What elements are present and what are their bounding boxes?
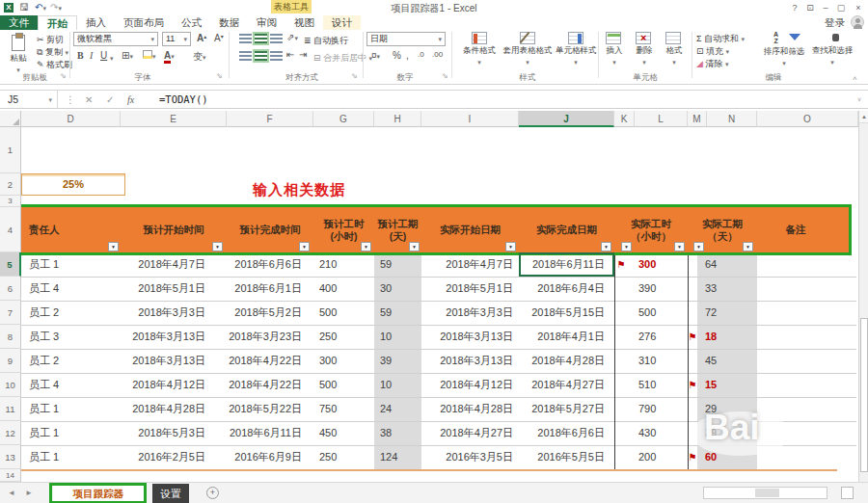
cell-plan_start[interactable]: 2018年3月13日 — [121, 349, 227, 373]
cell-note[interactable] — [757, 301, 856, 325]
filter-dropdown-icon[interactable]: ▼ — [743, 242, 753, 252]
conditional-formatting-button[interactable]: 条件格式▾ — [460, 32, 499, 66]
restore-button[interactable]: ▢ — [833, 2, 849, 13]
cell-act_start[interactable]: 2018年4月28日 — [421, 397, 519, 421]
sheet-nav-prev-icon[interactable]: ◄ — [8, 489, 15, 497]
cut-button[interactable]: ✂ 剪切 — [37, 34, 64, 46]
ribbon-tab-开始[interactable]: 开始 — [38, 15, 77, 30]
sort-filter-button[interactable]: AZ 排序和筛选▾ — [762, 32, 806, 67]
middle-align-icon[interactable] — [255, 34, 267, 43]
ribbon-tab-设计[interactable]: 设计 — [323, 15, 361, 30]
cell-act_end[interactable]: 2018年6月4日 — [519, 277, 614, 301]
cell-plan_days[interactable]: 38 — [374, 421, 421, 445]
cell-act_start[interactable]: 2018年3月13日 — [421, 349, 519, 373]
minimize-button[interactable]: – — [818, 2, 833, 13]
cell-plan_days[interactable]: 59 — [374, 252, 421, 277]
font-color-button[interactable]: A▾ — [164, 50, 175, 61]
filter-dropdown-icon[interactable]: ▼ — [601, 242, 611, 252]
cell-note[interactable] — [757, 325, 856, 349]
cell-note[interactable] — [757, 373, 856, 397]
progress-cell[interactable]: 25% — [21, 173, 125, 196]
insert-function-icon[interactable]: fx — [127, 91, 134, 109]
enter-icon[interactable]: ✓ — [106, 91, 114, 109]
cell-act_hours[interactable]: 790 — [635, 397, 688, 421]
format-painter-button[interactable]: ✎ 格式刷 — [37, 59, 72, 71]
font-dialog-launcher[interactable]: ⇘ — [216, 71, 223, 80]
paste-button[interactable]: 粘贴▾ — [4, 32, 33, 74]
table-header-note[interactable]: 备注 — [757, 207, 834, 252]
vertical-scrollbar-thumb[interactable] — [860, 318, 868, 472]
row-header-14[interactable]: 14 — [0, 469, 21, 482]
cell-person[interactable]: 员工 1 — [21, 421, 121, 445]
cell-act_end[interactable]: 2018年4月1日 — [519, 325, 614, 349]
cell-act_start[interactable]: 2018年4月12日 — [421, 373, 519, 397]
sign-in-link[interactable]: 登录 — [825, 16, 845, 30]
cell-plan_start[interactable]: 2018年5月1日 — [121, 277, 227, 301]
collapse-ribbon-button[interactable]: ˄ — [853, 74, 857, 83]
cell-plan_end[interactable]: 2018年5月22日 — [227, 397, 313, 421]
number-dialog-launcher[interactable]: ⇘ — [442, 71, 448, 80]
row-header-10[interactable]: 10 — [0, 373, 21, 397]
filter-dropdown-icon[interactable]: ▼ — [409, 242, 420, 252]
increase-indent-icon[interactable]: ⇥ — [299, 49, 307, 60]
format-as-table-button[interactable]: 套用表格格式▾ — [502, 32, 554, 66]
column-header-F[interactable]: F — [227, 111, 313, 127]
row-header-7[interactable]: 7 — [0, 301, 21, 325]
column-header-N[interactable]: N — [707, 111, 757, 127]
redo-icon[interactable]: ↷▾ — [50, 2, 62, 13]
row-header-11[interactable]: 11 — [0, 397, 21, 421]
cell-act_hours[interactable]: 390 — [635, 277, 688, 301]
sheet-grid[interactable]: 25% 输入相关数据 责任人预计开始时间预计完成时间预计工时(小时)预计工期(天… — [0, 111, 858, 482]
delete-cells-button[interactable]: 删除▾ — [632, 32, 657, 66]
cell-plan_end[interactable]: 2018年4月22日 — [227, 349, 313, 373]
save-icon[interactable]: 🖫 — [19, 2, 29, 13]
row-header-1[interactable]: 1 — [0, 127, 21, 173]
cell-plan_days[interactable]: 24 — [374, 397, 421, 421]
cell-plan_start[interactable]: 2016年2月5日 — [121, 445, 227, 469]
cell-act_start[interactable]: 2018年4月27日 — [421, 421, 519, 445]
filter-dropdown-icon[interactable]: ▼ — [621, 242, 632, 252]
undo-icon[interactable]: ↶▾ — [35, 2, 46, 13]
copy-button[interactable]: ⧉ 复制 ▾ — [37, 46, 68, 59]
column-header-H[interactable]: H — [374, 111, 421, 127]
scroll-up-icon[interactable]: ▲ — [859, 111, 868, 123]
row-header-12[interactable]: 12 — [0, 421, 21, 445]
filter-dropdown-icon[interactable]: ▼ — [299, 242, 310, 252]
fill-color-button[interactable]: ▾ — [143, 50, 156, 61]
ribbon-tab-公式[interactable]: 公式 — [173, 15, 210, 30]
cell-act_end[interactable]: 2016年5月5日 — [519, 445, 614, 469]
cell-act_end[interactable]: 2018年6月6日 — [519, 421, 614, 445]
cell-person[interactable]: 员工 3 — [21, 325, 121, 349]
accounting-format-icon[interactable]: ¤▾ — [371, 50, 380, 61]
font-size-combo[interactable]: 11▾ — [162, 32, 191, 46]
cell-plan_hours[interactable]: 500 — [313, 301, 374, 325]
shrink-font-button[interactable]: A▾ — [214, 33, 224, 43]
cell-plan_hours[interactable]: 750 — [313, 397, 374, 421]
tab-split-handle[interactable] — [841, 487, 854, 499]
cell-act_hours[interactable]: 300 — [635, 252, 688, 277]
column-header-E[interactable]: E — [121, 111, 227, 127]
cell-act_end[interactable]: 2018年4月27日 — [519, 373, 614, 397]
cell-act_hours[interactable]: 430 — [635, 421, 688, 445]
row-header-4[interactable]: 4 — [0, 207, 21, 252]
cell-plan_end[interactable]: 2018年6月6日 — [227, 252, 313, 277]
cell-note[interactable] — [757, 252, 856, 277]
cell-act_start[interactable]: 2018年3月3日 — [421, 301, 519, 325]
row-header-13[interactable]: 13 — [0, 445, 21, 469]
cell-plan_hours[interactable]: 210 — [313, 252, 374, 277]
percent-style-icon[interactable]: % — [393, 50, 401, 61]
column-header-K[interactable]: K — [614, 111, 635, 127]
cell-note[interactable] — [757, 349, 856, 373]
ribbon-tab-视图[interactable]: 视图 — [285, 15, 323, 30]
cell-plan_hours[interactable]: 250 — [313, 325, 374, 349]
expand-formula-bar-icon[interactable]: ˅ — [857, 91, 861, 109]
sheet-tab-settings[interactable]: 设置 — [152, 484, 189, 503]
cell-act_days[interactable]: 33 — [697, 277, 757, 301]
cell-act_end[interactable]: 2018年5月15日 — [519, 301, 614, 325]
cell-person[interactable]: 员工 2 — [21, 349, 121, 373]
ribbon-tab-文件[interactable]: 文件 — [0, 15, 38, 30]
align-right-icon[interactable] — [270, 51, 283, 61]
cell-act_days[interactable]: 45 — [697, 349, 757, 373]
clear-button[interactable]: ◢ 清除 ▾ — [696, 58, 728, 70]
row-header-5[interactable]: 5 — [0, 252, 21, 277]
